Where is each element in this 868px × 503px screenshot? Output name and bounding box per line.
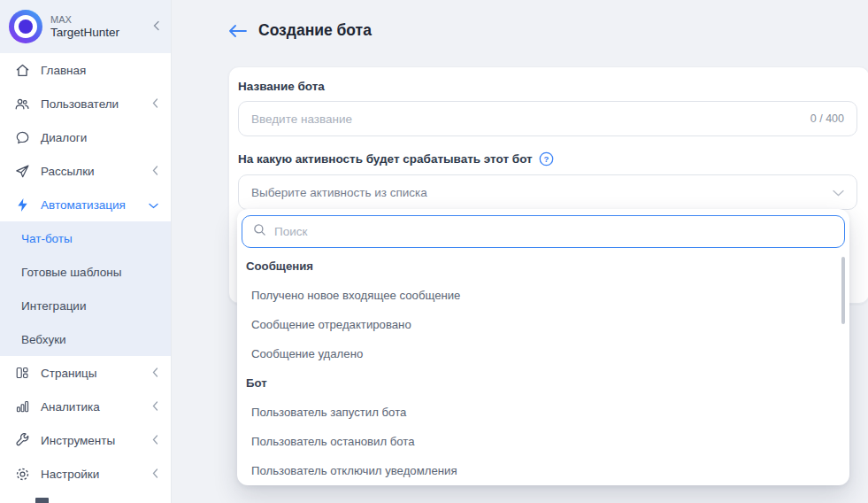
page-title: Создание бота xyxy=(258,21,372,40)
sidebar-subitem-webhooks[interactable]: Вебхуки xyxy=(0,322,171,356)
sidebar-item-label: Инструменты xyxy=(41,434,142,447)
sidebar-subitem-label: Интеграции xyxy=(21,299,86,313)
sidebar-nav: Главная Пользователи Диалоги xyxy=(0,53,171,503)
sidebar-item-analytics[interactable]: Аналитика xyxy=(0,390,171,423)
sidebar-item-users[interactable]: Пользователи xyxy=(0,87,171,120)
option-group-title: Сообщения xyxy=(237,252,849,281)
brand-line2: TargetHunter xyxy=(50,26,145,40)
sidebar-item-label: Главная xyxy=(41,64,158,77)
sidebar-item-broadcasts[interactable]: Рассылки xyxy=(0,154,171,188)
sidebar-subitem-label: Чат-боты xyxy=(21,232,73,245)
home-icon xyxy=(14,62,30,78)
sidebar-item-tools[interactable]: Инструменты xyxy=(0,423,171,457)
chat-bubble-icon xyxy=(14,129,30,145)
paper-plane-icon xyxy=(14,163,30,179)
help-icon[interactable]: ? xyxy=(539,151,554,166)
sidebar-item-pages[interactable]: Страницы xyxy=(0,356,171,390)
dropdown-search-field xyxy=(242,215,845,248)
activity-dropdown: Сообщения Получено новое входящее сообще… xyxy=(237,209,849,485)
gear-icon xyxy=(14,466,30,482)
page-header: Создание бота xyxy=(228,21,372,40)
sidebar-subitem-label: Готовые шаблоны xyxy=(21,266,121,279)
sidebar-collapse-icon[interactable] xyxy=(153,19,160,35)
search-icon xyxy=(253,223,266,240)
bot-name-input[interactable] xyxy=(251,112,802,126)
option-group-title: Бот xyxy=(237,368,849,398)
bot-name-label: Название бота xyxy=(238,80,857,93)
lightning-icon xyxy=(14,197,30,213)
dropdown-option[interactable]: Пользователь остановил бота xyxy=(237,427,849,456)
partial-menu-icon xyxy=(35,498,49,503)
svg-text:?: ? xyxy=(543,154,549,164)
sidebar-item-label: Автоматизация xyxy=(41,198,138,212)
automation-submenu: Чат-боты Готовые шаблоны Интеграции Вебх… xyxy=(0,221,171,356)
bot-name-field: 0 / 400 xyxy=(238,101,857,136)
chevron-left-icon xyxy=(152,468,158,481)
pages-layout-icon xyxy=(14,365,30,381)
sidebar-subitem-chatbots[interactable]: Чат-боты xyxy=(0,221,171,255)
dropdown-option[interactable]: Пользователь отключил уведомления xyxy=(237,456,849,485)
brand-header: MAX TargetHunter xyxy=(0,0,171,53)
sidebar-item-label: Страницы xyxy=(41,367,142,380)
back-button[interactable] xyxy=(228,25,247,37)
users-icon xyxy=(14,96,30,112)
dropdown-scrollbar-thumb[interactable] xyxy=(841,257,845,324)
dropdown-list: Сообщения Получено новое входящее сообще… xyxy=(237,252,849,485)
main-content: Создание бота Название бота 0 / 400 На к… xyxy=(172,0,868,503)
char-counter: 0 / 400 xyxy=(810,112,844,125)
chevron-left-icon xyxy=(152,367,158,380)
chevron-left-icon xyxy=(152,97,158,111)
activity-label: На какую активность будет срабатывать эт… xyxy=(238,151,857,166)
sidebar-subitem-integrations[interactable]: Интеграции xyxy=(0,289,171,322)
sidebar-subitem-label: Вебхуки xyxy=(21,333,66,346)
activity-select-placeholder: Выберите активность из списка xyxy=(251,186,833,199)
app-window: MAX TargetHunter Главная Пользователи xyxy=(0,0,868,503)
chevron-left-icon xyxy=(152,434,158,447)
bar-chart-icon xyxy=(14,399,30,414)
sidebar-item-dialogs[interactable]: Диалоги xyxy=(0,120,171,154)
sidebar-item-label: Настройки xyxy=(41,468,142,481)
chevron-left-icon xyxy=(152,400,158,414)
brand-line1: MAX xyxy=(50,14,145,26)
chevron-down-icon xyxy=(149,198,158,212)
brand-text: MAX TargetHunter xyxy=(50,14,145,39)
dropdown-option[interactable]: Сообщение отредактировано xyxy=(237,310,849,339)
wrench-icon xyxy=(14,432,30,448)
sidebar-item-automation[interactable]: Автоматизация xyxy=(0,188,171,221)
sidebar-item-label: Диалоги xyxy=(41,131,158,144)
activity-select[interactable]: Выберите активность из списка xyxy=(238,174,857,210)
sidebar-subitem-templates[interactable]: Готовые шаблоны xyxy=(0,255,171,289)
brand-logo-icon xyxy=(9,10,42,43)
sidebar-item-label: Пользователи xyxy=(41,97,142,111)
dropdown-option[interactable]: Получено новое входящее сообщение xyxy=(237,281,849,310)
sidebar: MAX TargetHunter Главная Пользователи xyxy=(0,0,172,503)
chevron-left-icon xyxy=(152,165,158,178)
sidebar-item-settings[interactable]: Настройки xyxy=(0,457,171,491)
sidebar-item-label: Аналитика xyxy=(41,400,142,414)
sidebar-item-label: Рассылки xyxy=(41,165,142,178)
sidebar-item-home[interactable]: Главная xyxy=(0,53,171,87)
dropdown-search-input[interactable] xyxy=(274,225,833,238)
chevron-down-icon xyxy=(833,184,844,200)
sidebar-item-partial[interactable] xyxy=(0,491,171,503)
dropdown-option[interactable]: Сообщение удалено xyxy=(237,339,849,368)
dropdown-option[interactable]: Пользователь запустил бота xyxy=(237,398,849,427)
